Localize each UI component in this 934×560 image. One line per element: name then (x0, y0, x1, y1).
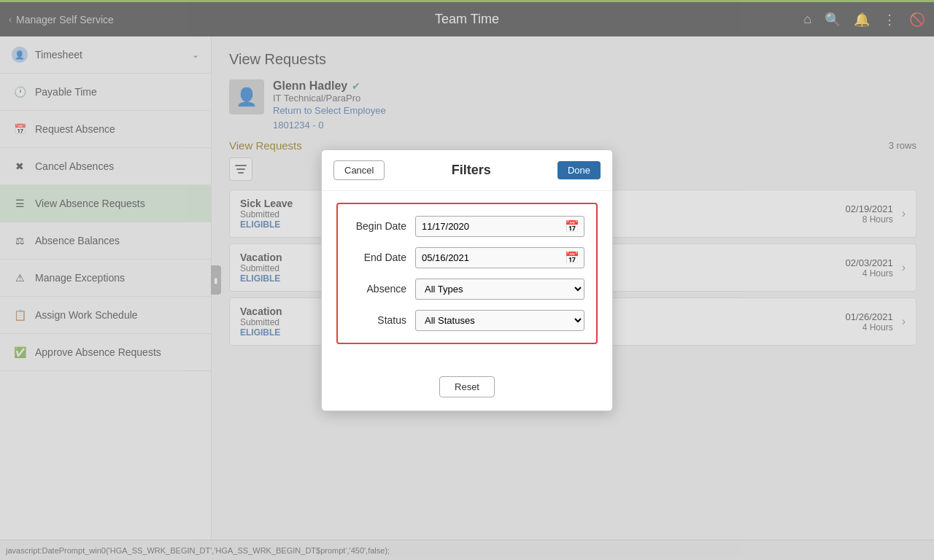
reset-button[interactable]: Reset (439, 376, 495, 397)
end-date-row: End Date 📅 (350, 247, 584, 268)
modal-overlay: Cancel Filters Done Begin Date 📅 End Dat… (0, 0, 934, 560)
absence-label: Absence (350, 283, 415, 295)
filter-section: Begin Date 📅 End Date 📅 Abse (336, 203, 598, 344)
begin-date-calendar-icon[interactable]: 📅 (560, 217, 584, 236)
modal-title: Filters (385, 163, 557, 178)
begin-date-input-wrap: 📅 (415, 216, 584, 237)
status-row: Status All Statuses (350, 310, 584, 331)
begin-date-input[interactable] (416, 217, 560, 236)
filters-modal: Cancel Filters Done Begin Date 📅 End Dat… (321, 149, 613, 411)
absence-select[interactable]: All Types (415, 279, 584, 300)
end-date-calendar-icon[interactable]: 📅 (560, 248, 584, 268)
modal-header: Cancel Filters Done (322, 150, 612, 191)
status-select[interactable]: All Statuses (415, 310, 584, 331)
modal-body: Begin Date 📅 End Date 📅 Abse (322, 191, 612, 368)
modal-footer: Reset (322, 368, 612, 411)
begin-date-label: Begin Date (350, 220, 415, 232)
end-date-label: End Date (350, 252, 415, 263)
absence-row: Absence All Types (350, 279, 584, 300)
end-date-input[interactable] (416, 249, 560, 267)
status-label: Status (350, 314, 415, 326)
begin-date-row: Begin Date 📅 (350, 216, 584, 237)
end-date-input-wrap: 📅 (415, 247, 584, 268)
cancel-button[interactable]: Cancel (333, 160, 385, 180)
done-button[interactable]: Done (557, 161, 601, 179)
